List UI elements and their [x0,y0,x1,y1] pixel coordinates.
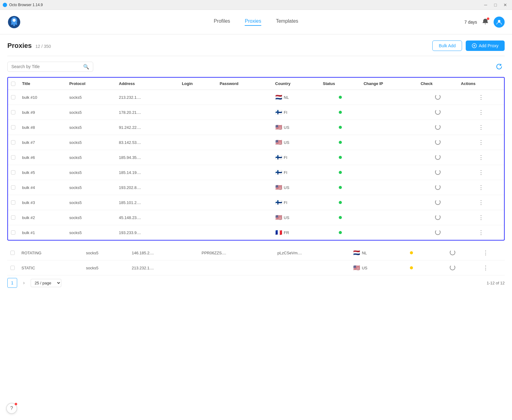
refresh-button[interactable] [494,61,505,72]
row-title: bulk #4 [19,180,66,195]
check-refresh-icon[interactable] [435,139,441,145]
check-refresh-icon[interactable] [435,124,441,130]
row-password [216,210,272,225]
row-more-button[interactable]: ⋮ [476,93,486,101]
row-check[interactable] [418,135,458,150]
th-title: Title [19,78,66,90]
svg-point-3 [13,19,16,22]
row-check[interactable] [418,120,458,135]
row-checkbox[interactable] [11,200,15,205]
row-more-button[interactable]: ⋮ [476,138,486,146]
row-checkbox[interactable] [10,251,15,255]
row-checkbox[interactable] [11,95,15,99]
row-status [320,195,361,210]
nav-templates[interactable]: Templates [276,18,298,26]
check-refresh-icon[interactable] [435,199,441,205]
row-more-button[interactable]: ⋮ [476,229,486,237]
status-dot [410,266,413,269]
country-flag: 🇺🇸 [275,184,282,191]
check-refresh-icon[interactable] [450,250,455,255]
maximize-button[interactable]: □ [491,2,500,8]
bulk-add-button[interactable]: Bulk Add [432,40,462,51]
row-actions: ⋮ [458,165,504,180]
outside-table-row: ROTATING socks5 146.185.2.... PPR06ZZS..… [7,245,505,260]
outside-rows-body: ROTATING socks5 146.185.2.... PPR06ZZS..… [7,245,505,276]
next-page-button[interactable]: › [20,279,28,287]
row-change-ip [361,105,418,120]
main-nav: Profiles Proxies Templates [214,18,298,26]
row-checkbox[interactable] [11,125,15,129]
row-check[interactable] [418,225,458,240]
row-title: bulk #8 [19,120,66,135]
per-page-select[interactable]: 25 / page 50 / page 100 / page [31,279,61,287]
row-check[interactable] [418,210,458,225]
check-refresh-icon[interactable] [435,109,441,115]
row-password [216,195,272,210]
row-more-button[interactable]: ⋮ [476,168,486,176]
country-flag: 🇫🇮 [275,154,282,161]
check-refresh-icon[interactable] [435,94,441,100]
row-more-button[interactable]: ⋮ [476,214,486,222]
row-protocol: socks5 [83,245,128,260]
page-1-button[interactable]: 1 [7,278,17,288]
check-refresh-icon[interactable] [435,184,441,190]
nav-proxies[interactable]: Proxies [245,18,261,26]
status-dot [339,111,342,114]
th-country: Country [272,78,320,90]
add-proxy-button[interactable]: Add Proxy [466,40,505,51]
check-refresh-icon[interactable] [450,265,455,270]
row-check[interactable] [438,245,467,260]
row-checkbox[interactable] [11,230,15,235]
row-checkbox[interactable] [11,215,15,220]
row-more-button[interactable]: ⋮ [476,198,486,206]
row-check[interactable] [418,105,458,120]
row-address: 213.232.1.... [129,260,199,276]
nav-profiles[interactable]: Profiles [214,18,230,26]
select-all-checkbox[interactable] [11,82,15,86]
search-input[interactable] [11,64,81,69]
row-more-button[interactable]: ⋮ [476,183,486,191]
row-check[interactable] [418,195,458,210]
row-checkbox[interactable] [11,170,15,175]
row-password [216,135,272,150]
row-more-button[interactable]: ⋮ [481,264,490,272]
status-dot [339,171,342,174]
check-refresh-icon[interactable] [435,154,441,160]
row-login [179,165,216,180]
status-dot [339,96,342,99]
row-protocol: socks5 [66,105,116,120]
close-button[interactable]: ✕ [501,2,510,8]
row-check[interactable] [418,90,458,105]
check-refresh-icon[interactable] [435,229,441,235]
row-more-button[interactable]: ⋮ [476,123,486,131]
row-status [320,135,361,150]
minimize-button[interactable]: ─ [481,2,490,8]
user-avatar[interactable] [494,17,505,28]
row-check[interactable] [438,260,467,276]
row-status [320,150,361,165]
row-check[interactable] [418,150,458,165]
row-status [320,105,361,120]
row-actions: ⋮ [458,210,504,225]
check-refresh-icon[interactable] [435,214,441,220]
row-more-button[interactable]: ⋮ [481,249,490,257]
row-checkbox[interactable] [11,185,15,190]
row-checkbox[interactable] [11,110,15,114]
row-more-button[interactable]: ⋮ [476,108,486,116]
svg-point-5 [15,23,17,25]
country-flag: 🇫🇮 [275,199,282,206]
row-actions: ⋮ [458,90,504,105]
status-dot [339,216,342,219]
row-checkbox[interactable] [10,266,15,270]
row-check[interactable] [418,165,458,180]
check-refresh-icon[interactable] [435,169,441,175]
row-more-button[interactable]: ⋮ [476,153,486,161]
row-checkbox[interactable] [11,155,15,160]
row-change-ip [361,180,418,195]
row-checkbox[interactable] [11,140,15,144]
country-flag: 🇳🇱 [275,94,282,101]
notification-icon[interactable] [482,18,489,26]
country-code: US [284,140,289,145]
row-check[interactable] [418,180,458,195]
add-proxy-icon [472,43,477,48]
